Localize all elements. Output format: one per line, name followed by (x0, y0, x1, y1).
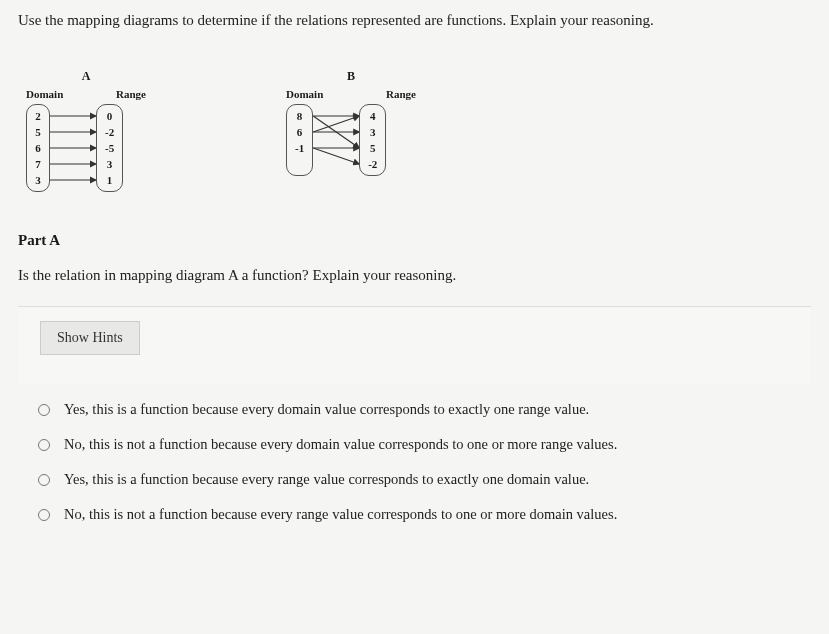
diagram-a-domain-value: 3 (35, 173, 41, 187)
diagram-a-domain-value: 5 (35, 125, 41, 139)
svg-line-10 (313, 148, 359, 164)
diagram-b-range-oval: 435-2 (359, 104, 386, 176)
radio-icon[interactable] (38, 439, 50, 451)
option-text: No, this is not a function because every… (64, 436, 617, 453)
diagram-a: A Domain Range 25673 0-2-531 (26, 69, 146, 192)
diagram-a-domain-value: 7 (35, 157, 41, 171)
diagram-b-domain-oval: 86-1 (286, 104, 313, 176)
option-1[interactable]: Yes, this is a function because every do… (38, 401, 811, 418)
radio-icon[interactable] (38, 404, 50, 416)
options-list: Yes, this is a function because every do… (38, 401, 811, 523)
diagram-b: B Domain Range 86-1 435-2 (286, 69, 416, 192)
diagram-a-range-value: -2 (105, 125, 114, 139)
svg-line-6 (313, 116, 359, 148)
diagram-b-range-value: 4 (370, 109, 376, 123)
diagrams-container: A Domain Range 25673 0-2-531 B Domain Ra… (26, 69, 811, 192)
diagram-b-domain-label: Domain (286, 88, 323, 100)
diagram-b-domain-value: 6 (297, 125, 303, 139)
diagram-a-range-value: -5 (105, 141, 114, 155)
option-text: Yes, this is a function because every do… (64, 401, 589, 418)
option-text: Yes, this is a function because every ra… (64, 471, 589, 488)
diagram-a-domain-label: Domain (26, 88, 63, 100)
diagram-a-range-value: 1 (107, 173, 113, 187)
hints-container: Show Hints (18, 306, 811, 385)
diagram-b-domain-value: 8 (297, 109, 303, 123)
diagram-a-domain-value: 2 (35, 109, 41, 123)
option-3[interactable]: Yes, this is a function because every ra… (38, 471, 811, 488)
svg-line-7 (313, 116, 359, 132)
instruction-text: Use the mapping diagrams to determine if… (18, 12, 811, 29)
diagram-a-title: A (26, 69, 146, 84)
radio-icon[interactable] (38, 509, 50, 521)
option-2[interactable]: No, this is not a function because every… (38, 436, 811, 453)
diagram-a-range-oval: 0-2-531 (96, 104, 123, 192)
part-heading: Part A (18, 232, 811, 249)
option-text: No, this is not a function because every… (64, 506, 617, 523)
diagram-a-domain-oval: 25673 (26, 104, 50, 192)
diagram-a-range-label: Range (116, 88, 146, 100)
radio-icon[interactable] (38, 474, 50, 486)
option-4[interactable]: No, this is not a function because every… (38, 506, 811, 523)
diagram-b-range-value: -2 (368, 157, 377, 171)
diagram-b-domain-value: -1 (295, 141, 304, 155)
diagram-b-title: B (286, 69, 416, 84)
question-text: Is the relation in mapping diagram A a f… (18, 267, 811, 284)
show-hints-button[interactable]: Show Hints (40, 321, 140, 355)
diagram-b-range-value: 3 (370, 125, 376, 139)
diagram-b-range-value: 5 (370, 141, 376, 155)
diagram-a-domain-value: 6 (35, 141, 41, 155)
diagram-a-range-value: 3 (107, 157, 113, 171)
diagram-b-range-label: Range (386, 88, 416, 100)
diagram-a-range-value: 0 (107, 109, 113, 123)
